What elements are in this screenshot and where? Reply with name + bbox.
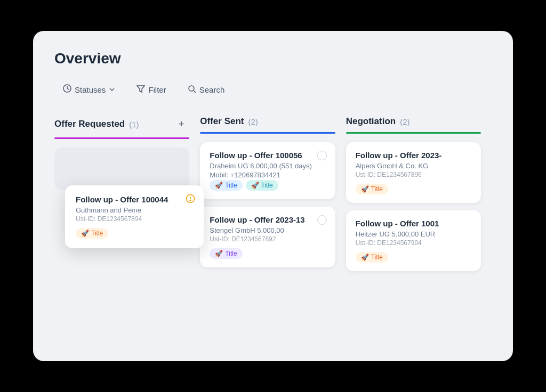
- search-button[interactable]: Search: [179, 80, 234, 99]
- column-header-offer-sent: Offer Sent (2): [200, 116, 335, 132]
- column-negotiation: Negotiation (2) Follow up - Offer 2023- …: [346, 116, 492, 279]
- filter-label: Filter: [148, 85, 166, 94]
- card-phone: Mobil: +120697834421: [210, 171, 325, 179]
- rocket-icon-orange-1: 🚀: [361, 185, 369, 193]
- column-line-offer-requested: [54, 137, 189, 139]
- statuses-label: Statuses: [75, 85, 106, 94]
- svg-line-3: [194, 91, 196, 93]
- rocket-icon-purple: 🚀: [215, 250, 223, 257]
- card-title: Follow up - Offer 100056: [210, 151, 325, 160]
- svg-marker-1: [137, 86, 144, 92]
- card-offer-1001-neg[interactable]: Follow up - Offer 1001 Heitzer UG 5.000,…: [346, 210, 481, 271]
- floating-card-tag[interactable]: 🚀 Title: [76, 228, 108, 239]
- card-tags-neg-2: 🚀 Title: [356, 252, 471, 263]
- floating-card[interactable]: Follow up - Offer 100044 Guthmann and Pe…: [65, 185, 204, 248]
- card-title-neg-2: Follow up - Offer 1001: [356, 219, 471, 228]
- chevron-down-icon: [109, 85, 115, 94]
- card-tags-2: 🚀 Title: [210, 248, 325, 259]
- floating-card-ust: Ust-ID: DE1234567894: [76, 215, 193, 223]
- search-label: Search: [199, 85, 225, 94]
- card-company-neg-2: Heitzer UG 5.000,00 EUR: [356, 230, 471, 238]
- column-title-wrap-neg: Negotiation (2): [346, 116, 410, 127]
- column-title-wrap-sent: Offer Sent (2): [200, 116, 258, 127]
- tag-label-neg-2: Title: [371, 254, 383, 261]
- rocket-icon-orange-2: 🚀: [361, 254, 369, 261]
- card-ust-2: Ust-ID: DE1234567892: [210, 235, 325, 243]
- filter-icon: [136, 85, 145, 95]
- tag-label-neg-1: Title: [371, 185, 383, 193]
- floating-card-title: Follow up - Offer 100044: [76, 195, 193, 204]
- floating-card-company: Guthmann and Peine: [76, 206, 193, 214]
- rocket-icon-blue: 🚀: [215, 182, 223, 189]
- clock-icon: [63, 84, 71, 95]
- rocket-icon-teal: 🚀: [251, 182, 259, 189]
- card-title-neg-1: Follow up - Offer 2023-: [356, 151, 471, 160]
- svg-point-6: [190, 200, 191, 201]
- column-title-offer-sent: Offer Sent: [200, 116, 244, 127]
- card-offer-2023-neg[interactable]: Follow up - Offer 2023- Alpers GmbH & Co…: [346, 142, 481, 203]
- tag-title-teal[interactable]: 🚀 Title: [246, 180, 278, 191]
- tag-title-blue[interactable]: 🚀 Title: [210, 180, 242, 191]
- card-offer-2023-13[interactable]: Follow up - Offer 2023-13 Stengel GmbH 5…: [200, 207, 335, 267]
- column-header-negotiation: Negotiation (2): [346, 116, 481, 132]
- column-count-offer-requested: (1): [129, 120, 139, 129]
- toolbar: Statuses Filter Search: [54, 80, 492, 99]
- tag-title-orange-1[interactable]: 🚀 Title: [356, 184, 388, 194]
- card-ust-neg-2: Ust-ID: DE1234567904: [356, 239, 471, 247]
- card-title-2: Follow up - Offer 2023-13: [210, 215, 325, 224]
- tag-label-2: Title: [261, 182, 273, 189]
- column-offer-sent: Offer Sent (2) Follow up - Offer 100056 …: [200, 116, 346, 279]
- column-title-wrap: Offer Requested (1): [54, 119, 139, 129]
- card-status-icon: [317, 151, 327, 160]
- card-tags: 🚀 Title 🚀 Title: [210, 180, 325, 191]
- card-tags-neg-1: 🚀 Title: [356, 184, 471, 194]
- page-title: Overview: [54, 50, 492, 67]
- tag-label: Title: [225, 182, 237, 189]
- card-offer-100056[interactable]: Follow up - Offer 100056 Draheim UG 6.00…: [200, 142, 335, 199]
- column-title-negotiation: Negotiation: [346, 116, 396, 127]
- add-offer-requested-button[interactable]: +: [173, 116, 189, 132]
- statuses-button[interactable]: Statuses: [54, 80, 124, 99]
- column-count-negotiation: (2): [400, 117, 410, 126]
- card-company-neg-1: Alpers GmbH & Co. KG: [356, 162, 471, 170]
- column-line-offer-sent: [200, 132, 335, 134]
- app-container: Overview Statuses Filter: [33, 31, 513, 361]
- card-ust-neg-1: Ust-ID: DE1234567896: [356, 171, 471, 178]
- tag-label-3: Title: [225, 250, 237, 257]
- card-status-icon-2: [317, 215, 327, 225]
- column-count-offer-sent: (2): [248, 117, 258, 126]
- tag-title-purple[interactable]: 🚀 Title: [210, 248, 242, 259]
- search-icon: [188, 85, 196, 95]
- filter-button[interactable]: Filter: [128, 80, 174, 99]
- card-company-2: Stengel GmbH 5.000,00: [210, 226, 325, 234]
- card-placeholder: [54, 148, 189, 190]
- rocket-icon-floating: 🚀: [81, 230, 89, 237]
- tag-title-orange-2[interactable]: 🚀 Title: [356, 252, 388, 263]
- floating-tag-label: Title: [91, 230, 103, 237]
- column-title-offer-requested: Offer Requested: [54, 119, 125, 129]
- column-line-negotiation: [346, 132, 481, 134]
- floating-card-tags: 🚀 Title: [76, 228, 193, 239]
- card-company: Draheim UG 6.000,00 (551 days): [210, 162, 325, 170]
- svg-point-2: [189, 86, 194, 91]
- warn-icon: [186, 194, 195, 206]
- column-header-offer-requested: Offer Requested (1) +: [54, 116, 189, 137]
